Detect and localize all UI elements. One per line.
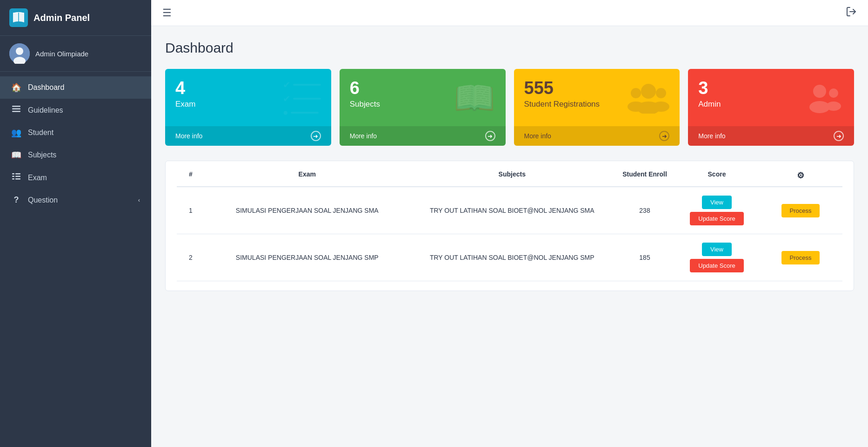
sidebar-username: Admin Olimpiade bbox=[35, 50, 88, 58]
view-button-2[interactable]: View bbox=[702, 243, 732, 256]
student-bg-icon bbox=[628, 79, 669, 118]
svg-rect-10 bbox=[15, 176, 20, 177]
exam-table: # Exam Subjects Student Enroll Score ⚙ 1… bbox=[165, 161, 854, 291]
view-button-1[interactable]: View bbox=[702, 196, 732, 209]
stat-card-footer-exam[interactable]: More info ➜ bbox=[165, 126, 331, 146]
sidebar-title: Admin Panel bbox=[33, 13, 90, 23]
sidebar: Admin Panel Admin Olimpiade 🏠 Dashboard bbox=[0, 0, 151, 447]
cell-settings-2: Process bbox=[759, 251, 842, 264]
stat-card-footer-student[interactable]: More info ➜ bbox=[514, 126, 680, 146]
svg-point-17 bbox=[653, 102, 669, 112]
stat-label-exam: Exam bbox=[175, 100, 195, 109]
stat-more-info-exam: More info bbox=[175, 132, 307, 140]
hamburger-icon[interactable]: ☰ bbox=[162, 7, 172, 19]
arrow-circle-icon-student: ➜ bbox=[659, 131, 669, 141]
cell-exam-2: SIMULASI PENGERJAAN SOAL JENJANG SMP bbox=[205, 252, 410, 263]
home-icon: 🏠 bbox=[11, 82, 21, 93]
cell-subjects-1: TRY OUT LATIHAN SOAL BIOET@NOL JENJANG S… bbox=[410, 205, 615, 216]
update-score-button-2[interactable]: Update Score bbox=[690, 259, 744, 272]
sidebar-item-label: Question bbox=[28, 196, 132, 204]
sidebar-item-dashboard[interactable]: 🏠 Dashboard bbox=[0, 76, 151, 99]
sidebar-item-label: Guidelines bbox=[28, 106, 140, 115]
svg-point-19 bbox=[628, 102, 644, 112]
sidebar-item-question[interactable]: ? Question ‹ bbox=[0, 189, 151, 211]
exam-bg-icon: ✔ ✔ ● bbox=[283, 79, 321, 118]
stat-label-subjects: Subjects bbox=[350, 100, 380, 109]
stat-card-admin: 3 Admin More info ➜ bbox=[688, 69, 854, 146]
cell-settings-1: Process bbox=[759, 204, 842, 217]
logout-icon[interactable] bbox=[846, 6, 857, 20]
content-area: Dashboard 4 Exam ✔ ✔ bbox=[151, 26, 868, 447]
svg-point-16 bbox=[656, 88, 666, 98]
topbar: ☰ bbox=[151, 0, 868, 26]
svg-point-23 bbox=[826, 102, 841, 111]
svg-point-22 bbox=[829, 88, 838, 98]
stat-cards: 4 Exam ✔ ✔ ● bbox=[165, 69, 854, 146]
sidebar-item-label: Student bbox=[28, 129, 140, 137]
svg-rect-7 bbox=[12, 173, 14, 175]
stat-info-student: 555 Student Registrations bbox=[524, 79, 600, 109]
svg-point-14 bbox=[641, 84, 656, 99]
stat-info-admin: 3 Admin bbox=[698, 79, 721, 109]
sidebar-item-label: Subjects bbox=[28, 151, 140, 159]
stat-card-top-exam: 4 Exam ✔ ✔ ● bbox=[175, 79, 321, 118]
stat-number-admin: 3 bbox=[698, 79, 721, 97]
stat-card-student-reg: 555 Student Registrations bbox=[514, 69, 680, 146]
sidebar-item-student[interactable]: 👥 Student bbox=[0, 122, 151, 144]
avatar bbox=[9, 43, 30, 64]
table-row: 1 SIMULASI PENGERJAAN SOAL JENJANG SMA T… bbox=[177, 187, 842, 234]
svg-rect-12 bbox=[15, 178, 20, 180]
sidebar-item-label: Exam bbox=[28, 174, 140, 182]
col-header-hash: # bbox=[177, 170, 205, 181]
stat-card-subjects: 6 Subjects 📖 More info ➜ bbox=[340, 69, 506, 146]
col-header-subjects: Subjects bbox=[410, 170, 615, 181]
stat-info-subjects: 6 Subjects bbox=[350, 79, 380, 109]
stat-more-info-subjects: More info bbox=[350, 132, 481, 140]
arrow-circle-icon-exam: ➜ bbox=[311, 131, 321, 141]
logo-icon bbox=[9, 8, 28, 27]
cell-exam-1: SIMULASI PENGERJAAN SOAL JENJANG SMA bbox=[205, 205, 410, 216]
col-header-settings: ⚙ bbox=[759, 170, 842, 181]
cell-enroll-2: 185 bbox=[614, 254, 675, 261]
subjects-bg-icon: 📖 bbox=[454, 79, 495, 115]
cell-subjects-2: TRY OUT LATIHAN SOAL BIOET@NOL JENJANG S… bbox=[410, 252, 615, 263]
main-content: ☰ Dashboard 4 Exam bbox=[151, 0, 868, 447]
stat-info-exam: 4 Exam bbox=[175, 79, 195, 109]
sidebar-nav: 🏠 Dashboard Guidelines 👥 Student 📖 Subje… bbox=[0, 72, 151, 447]
guidelines-icon bbox=[11, 105, 21, 115]
cell-enroll-1: 238 bbox=[614, 207, 675, 214]
sidebar-user: Admin Olimpiade bbox=[0, 36, 151, 72]
sidebar-item-exam[interactable]: Exam bbox=[0, 166, 151, 189]
student-icon: 👥 bbox=[11, 128, 21, 138]
sidebar-item-subjects[interactable]: 📖 Subjects bbox=[0, 144, 151, 166]
stat-card-exam: 4 Exam ✔ ✔ ● bbox=[165, 69, 331, 146]
sidebar-header: Admin Panel bbox=[0, 0, 151, 36]
col-header-score: Score bbox=[675, 170, 759, 181]
update-score-button-1[interactable]: Update Score bbox=[690, 212, 744, 225]
admin-bg-icon bbox=[802, 79, 844, 115]
svg-rect-8 bbox=[15, 173, 20, 175]
stat-number-subjects: 6 bbox=[350, 79, 380, 97]
cell-hash-1: 1 bbox=[177, 207, 205, 214]
page-title: Dashboard bbox=[165, 40, 854, 56]
sidebar-item-guidelines[interactable]: Guidelines bbox=[0, 99, 151, 122]
svg-rect-6 bbox=[12, 111, 20, 112]
stat-card-footer-subjects[interactable]: More info ➜ bbox=[340, 126, 506, 146]
stat-label-admin: Admin bbox=[698, 100, 721, 109]
svg-rect-5 bbox=[12, 108, 20, 110]
arrow-circle-icon-admin: ➜ bbox=[834, 131, 844, 141]
stat-card-top-admin: 3 Admin bbox=[698, 79, 844, 115]
stat-number-exam: 4 bbox=[175, 79, 195, 97]
process-button-1[interactable]: Process bbox=[781, 204, 820, 217]
cell-score-2: View Update Score bbox=[675, 243, 759, 272]
stat-more-info-admin: More info bbox=[698, 132, 830, 140]
chevron-left-icon: ‹ bbox=[138, 196, 140, 203]
stat-label-student: Student Registrations bbox=[524, 100, 600, 109]
svg-point-18 bbox=[631, 88, 641, 98]
svg-rect-11 bbox=[12, 178, 14, 180]
exam-icon bbox=[11, 172, 21, 183]
svg-point-2 bbox=[16, 47, 23, 55]
process-button-2[interactable]: Process bbox=[781, 251, 820, 264]
stat-card-footer-admin[interactable]: More info ➜ bbox=[688, 126, 854, 146]
svg-rect-4 bbox=[12, 106, 20, 107]
